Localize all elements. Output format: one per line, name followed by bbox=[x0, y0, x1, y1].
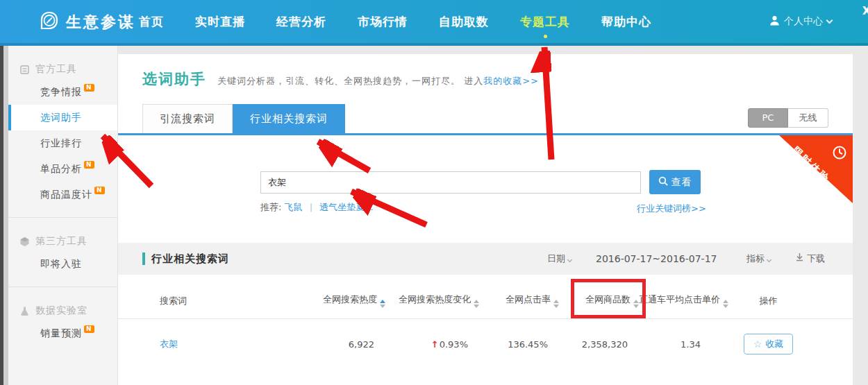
keyword-link[interactable]: 衣架 bbox=[160, 339, 178, 349]
tab-industry-search-words[interactable]: 行业相关搜索词 bbox=[233, 104, 345, 133]
sidebar-section-official-header: 官方工具 bbox=[8, 60, 117, 79]
search-button[interactable]: 查看 bbox=[649, 170, 701, 194]
wireless-toggle-button[interactable]: 无线 bbox=[788, 108, 828, 128]
sort-icon[interactable] bbox=[633, 300, 639, 308]
sidebar-item-product-analysis[interactable]: 单品分析N bbox=[8, 156, 117, 182]
page-title: 选词助手 bbox=[142, 69, 206, 89]
product-count-value: 2,358,320 bbox=[559, 339, 639, 350]
tab-traffic-search-words[interactable]: 引流搜索词 bbox=[142, 104, 233, 133]
active-dot bbox=[544, 35, 547, 38]
page-subtitle: 关键词分析器，引流、转化、全网热搜趋势，一网打尽。 进入我的收藏>> bbox=[217, 75, 539, 87]
sidebar-item-coming-soon[interactable]: 即将入驻 bbox=[8, 251, 117, 277]
table-row: 衣架 6,922 ↑0.93% 136.45% 2,358,320 1.34 ☆… bbox=[118, 328, 853, 360]
user-menu[interactable]: 个人中心 bbox=[769, 0, 832, 43]
download-label: 下载 bbox=[807, 243, 825, 275]
sort-icon[interactable] bbox=[474, 300, 479, 308]
sidebar-section-title: 官方工具 bbox=[35, 63, 77, 76]
column-product-count[interactable]: 全网商品数 bbox=[559, 293, 639, 308]
section-title: 行业相关搜索词 bbox=[151, 243, 229, 275]
new-badge: N bbox=[84, 325, 94, 333]
favorite-button[interactable]: ☆ 收藏 bbox=[744, 334, 794, 354]
tabs: 引流搜索词 行业相关搜索词 bbox=[142, 104, 345, 133]
up-arrow-icon: ↑ bbox=[431, 339, 439, 350]
heat-change-value: ↑0.93% bbox=[385, 339, 479, 350]
recommend-link-1[interactable]: 飞鼠 bbox=[285, 202, 303, 212]
chevron-down-icon bbox=[826, 17, 833, 24]
sidebar-section-thirdparty: 第三方工具 即将入驻 bbox=[8, 217, 117, 286]
section-accent-bar bbox=[142, 253, 145, 265]
keyword-search-input[interactable] bbox=[260, 171, 641, 194]
table-header-row: 搜索词 全网搜索热度 全网搜索热度变化 全网点击率 全网商品数 直通车平均点击单… bbox=[118, 283, 853, 319]
compass-logo-icon bbox=[38, 10, 60, 35]
nav-item-tools[interactable]: 专题工具 bbox=[520, 14, 570, 30]
new-badge: N bbox=[84, 161, 94, 169]
table-section-header: 行业相关搜索词 日期 2016-07-17~2016-07-17 指标 下载 bbox=[118, 243, 853, 275]
search-icon bbox=[658, 176, 669, 189]
new-badge: N bbox=[94, 187, 105, 194]
nav-item-data[interactable]: 自助取数 bbox=[439, 14, 489, 30]
trial-ribbon[interactable]: 限时体验 bbox=[779, 135, 853, 203]
search-button-label: 查看 bbox=[671, 176, 692, 189]
nav-item-live[interactable]: 实时直播 bbox=[195, 14, 245, 30]
date-range: 2016-07-17~2016-07-17 bbox=[596, 243, 717, 275]
pc-toggle-button[interactable]: PC bbox=[748, 108, 788, 128]
cube-icon bbox=[19, 237, 30, 247]
column-avg-ppc[interactable]: 直通车平均点击单价 bbox=[639, 293, 712, 308]
sidebar-section-title: 数据实验室 bbox=[35, 305, 87, 317]
recommend-row: 推荐: 飞鼠 | 透气坐垫夏... bbox=[260, 201, 374, 214]
column-search-heat[interactable]: 全网搜索热度 bbox=[271, 293, 385, 308]
sidebar-item-word-assistant[interactable]: 选词助手 bbox=[8, 105, 117, 130]
avg-ppc-value: 1.34 bbox=[639, 339, 712, 350]
nav-menu: 首页 实时直播 经营分析 市场行情 自助取数 专题工具 帮助中心 bbox=[139, 0, 651, 43]
favorite-button-label: 收藏 bbox=[765, 338, 783, 350]
favorites-link[interactable]: 我的收藏>> bbox=[483, 76, 539, 86]
device-toggle: PC 无线 bbox=[748, 108, 828, 128]
nav-item-home[interactable]: 首页 bbox=[139, 14, 164, 30]
sidebar: 官方工具 竞争情报N 选词助手 行业排行 单品分析N 商品温度计N 第三方工具 … bbox=[8, 46, 118, 385]
column-keyword: 搜索词 bbox=[118, 295, 271, 307]
sidebar-item-industry-rank[interactable]: 行业排行 bbox=[8, 130, 117, 156]
column-click-rate[interactable]: 全网点击率 bbox=[479, 293, 559, 308]
metric-dropdown[interactable]: 指标 bbox=[746, 243, 771, 275]
user-menu-label: 个人中心 bbox=[784, 15, 823, 28]
user-icon bbox=[769, 15, 780, 28]
window-edge-light bbox=[3, 46, 8, 385]
download-icon bbox=[795, 243, 804, 275]
flask-icon bbox=[19, 306, 30, 316]
corner-glyph: X bbox=[862, 4, 868, 17]
column-heat-change[interactable]: 全网搜索热度变化 bbox=[385, 293, 479, 308]
main-panel: 选词助手 关键词分析器，引流、转化、全网热搜趋势，一网打尽。 进入我的收藏>> … bbox=[118, 54, 853, 385]
nav-item-market[interactable]: 市场行情 bbox=[358, 14, 408, 30]
brand[interactable]: 生意参谋 bbox=[38, 10, 135, 35]
industry-keyword-rank-link[interactable]: 行业关键词榜>> bbox=[637, 203, 706, 215]
sort-icon[interactable] bbox=[380, 300, 385, 308]
search-heat-value: 6,922 bbox=[271, 339, 385, 350]
sidebar-section-datalab: 数据实验室 销量预测N bbox=[8, 286, 117, 356]
brand-name: 生意参谋 bbox=[66, 12, 135, 33]
new-badge: N bbox=[84, 84, 94, 92]
sort-icon[interactable] bbox=[553, 300, 559, 308]
trial-ribbon-label: 限时体验 bbox=[790, 144, 833, 186]
download-button[interactable]: 下载 bbox=[795, 243, 825, 275]
nav-item-help[interactable]: 帮助中心 bbox=[601, 14, 651, 30]
sidebar-item-thermometer[interactable]: 商品温度计N bbox=[8, 182, 117, 207]
top-nav: 生意参谋 首页 实时直播 经营分析 市场行情 自助取数 专题工具 帮助中心 个人… bbox=[0, 0, 868, 46]
sidebar-section-official: 官方工具 竞争情报N 选词助手 行业排行 单品分析N 商品温度计N bbox=[8, 46, 117, 217]
recommend-link-2[interactable]: 透气坐垫夏... bbox=[319, 202, 373, 212]
sidebar-item-competition[interactable]: 竞争情报N bbox=[8, 79, 117, 105]
sidebar-item-sales-forecast[interactable]: 销量预测N bbox=[8, 320, 117, 346]
chevron-down-icon bbox=[567, 257, 572, 262]
date-dropdown[interactable]: 日期 bbox=[547, 243, 571, 275]
column-action: 操作 bbox=[712, 295, 853, 307]
sidebar-section-thirdparty-header: 第三方工具 bbox=[8, 232, 117, 251]
separator: | bbox=[310, 202, 312, 212]
click-rate-value: 136.45% bbox=[479, 339, 559, 350]
nav-item-analysis[interactable]: 经营分析 bbox=[276, 14, 326, 30]
chevron-down-icon bbox=[767, 257, 771, 262]
page-header: 选词助手 关键词分析器，引流、转化、全网热搜趋势，一网打尽。 进入我的收藏>> bbox=[142, 69, 539, 89]
sidebar-section-datalab-header: 数据实验室 bbox=[8, 301, 117, 320]
official-tools-icon bbox=[19, 65, 30, 75]
clock-icon bbox=[832, 145, 847, 163]
star-icon: ☆ bbox=[753, 339, 762, 349]
tab-underline bbox=[118, 133, 853, 135]
